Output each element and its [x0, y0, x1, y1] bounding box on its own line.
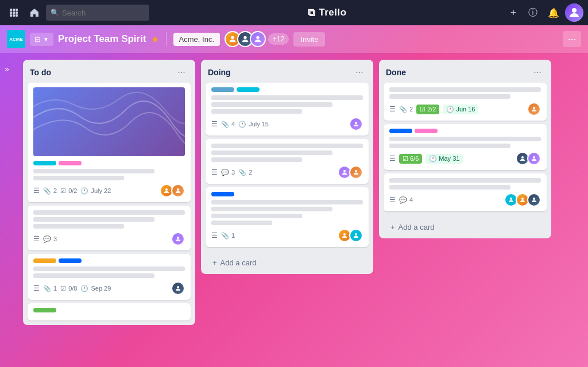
- checklist-badge-value: 6/6: [410, 155, 419, 162]
- search-input[interactable]: [46, 5, 149, 21]
- workspace-logo[interactable]: ACME: [7, 30, 25, 48]
- attach-count: 1: [53, 285, 57, 292]
- plus-icon: +: [212, 258, 217, 267]
- card-member-avatar[interactable]: [349, 229, 363, 242]
- grid-menu-icon[interactable]: [5, 3, 23, 22]
- search-bar: 🔍: [46, 5, 149, 21]
- card-6[interactable]: ☰ 💬 3 📎 2: [206, 139, 369, 184]
- checkbox-icon: ☑: [420, 106, 425, 113]
- label-pink: [59, 161, 82, 165]
- card-2[interactable]: ☰ 💬 3: [28, 206, 191, 250]
- list-menu-doing[interactable]: ···: [353, 65, 366, 79]
- card-4[interactable]: [28, 303, 191, 320]
- add-button[interactable]: +: [505, 3, 521, 22]
- list-header-done: Done ···: [379, 60, 551, 83]
- list-menu-todo[interactable]: ···: [175, 65, 188, 79]
- text-line: [389, 137, 541, 141]
- add-card-label: Add a card: [220, 258, 257, 267]
- svg-rect-3: [10, 11, 12, 14]
- list-icon: ☰: [211, 168, 218, 176]
- list-icon: ☰: [33, 235, 40, 243]
- text-line: [211, 95, 363, 100]
- invite-button[interactable]: Invite: [293, 32, 325, 47]
- card-2-comments: 💬 3: [43, 235, 57, 243]
- more-options-button[interactable]: ···: [563, 31, 581, 47]
- paperclip-icon: 📎: [221, 232, 229, 239]
- search-icon: 🔍: [51, 9, 59, 17]
- info-button[interactable]: ⓘ: [524, 3, 542, 22]
- notifications-button[interactable]: 🔔: [544, 3, 563, 22]
- app-title: ⧉ Trello: [152, 7, 503, 19]
- label-green: [33, 308, 56, 312]
- attach-count: 2: [409, 106, 413, 113]
- list-todo: To do ···: [23, 60, 195, 325]
- sidebar-toggle[interactable]: »: [5, 60, 18, 74]
- member-avatar-3[interactable]: [250, 31, 266, 47]
- card-3-checklist: ☑ 0/8: [60, 285, 77, 292]
- trello-logo-icon: ⧉: [308, 7, 315, 19]
- card-member-avatar[interactable]: [171, 232, 185, 246]
- svg-point-10: [231, 36, 234, 39]
- card-5[interactable]: ☰ 📎 4 🕐 July 15: [206, 83, 369, 136]
- card-1[interactable]: ☰ 📎 2 ☑ 0/2 🕐 July 22: [28, 83, 191, 202]
- card-3[interactable]: ☰ 📎 1 ☑ 0/8 🕐 Sep 29: [28, 254, 191, 300]
- checkbox-icon: ☑: [403, 155, 408, 163]
- list-menu-done[interactable]: ···: [531, 65, 544, 79]
- svg-point-27: [533, 198, 535, 200]
- card-8[interactable]: ☰ 📎 2 ☑ 2/2 🕐 Jun 16: [384, 83, 547, 121]
- list-title-done: Done: [386, 68, 406, 77]
- date-value: July 22: [91, 187, 111, 194]
- attach-count: 2: [249, 169, 252, 176]
- card-9[interactable]: ☰ ☑ 6/6 🕐 May 31: [384, 124, 547, 170]
- list-title-doing: Doing: [208, 68, 231, 77]
- card-member-avatar[interactable]: [527, 152, 541, 165]
- card-5-attach: 📎 4: [221, 121, 235, 128]
- attach-count: 1: [231, 232, 235, 239]
- star-button[interactable]: ★: [151, 34, 159, 45]
- list-icon: ☰: [211, 231, 218, 239]
- card-7[interactable]: ☰ 📎 1: [206, 187, 369, 247]
- card-3-members: [171, 281, 185, 295]
- workspace-tag[interactable]: Acme, Inc.: [173, 33, 220, 46]
- card-member-avatar[interactable]: [171, 184, 185, 198]
- home-button[interactable]: [25, 3, 44, 22]
- add-card-doing[interactable]: + Add a card: [206, 254, 369, 272]
- label-blue: [389, 129, 412, 133]
- svg-point-18: [343, 170, 346, 172]
- date-badge-value: May 31: [439, 155, 459, 162]
- card-member-avatar[interactable]: [171, 281, 185, 295]
- card-2-members: [171, 232, 185, 246]
- date-badge-9: 🕐 May 31: [425, 154, 463, 164]
- text-line: [389, 178, 541, 183]
- add-card-done[interactable]: + Add a card: [384, 218, 547, 236]
- user-avatar[interactable]: [565, 3, 583, 22]
- svg-rect-8: [16, 14, 18, 17]
- info-icon: ⓘ: [528, 7, 537, 19]
- clock-icon: 🕐: [80, 187, 88, 195]
- bell-icon: 🔔: [548, 7, 559, 18]
- card-member-avatar[interactable]: [527, 102, 541, 116]
- checklist-value: 0/2: [68, 187, 77, 194]
- list-icon: ☰: [33, 284, 40, 292]
- board-view-button[interactable]: ⊟ ▼: [30, 33, 53, 46]
- card-4-labels: [33, 308, 185, 312]
- card-10[interactable]: ☰ 💬 4: [384, 173, 547, 211]
- card-1-text: [33, 169, 185, 180]
- card-10-members: [504, 193, 541, 207]
- member-count[interactable]: +12: [268, 33, 289, 45]
- text-line: [389, 144, 510, 148]
- checkbox-icon: ☑: [60, 187, 66, 195]
- chevron-right-icon: »: [5, 64, 9, 74]
- paperclip-icon: 📎: [238, 169, 246, 176]
- paperclip-icon: 📎: [399, 106, 407, 113]
- card-member-avatar[interactable]: [527, 193, 541, 207]
- svg-point-19: [355, 170, 357, 172]
- comment-icon: 💬: [399, 196, 407, 204]
- checklist-badge-8: ☑ 2/2: [416, 105, 439, 114]
- card-member-avatar[interactable]: [349, 165, 363, 179]
- card-9-members: [516, 152, 541, 165]
- card-8-members: [527, 102, 541, 116]
- card-member-avatar[interactable]: [349, 117, 363, 131]
- list-doing: Doing ··· ☰: [201, 60, 373, 274]
- top-nav: 🔍 ⧉ Trello + ⓘ 🔔: [0, 0, 588, 25]
